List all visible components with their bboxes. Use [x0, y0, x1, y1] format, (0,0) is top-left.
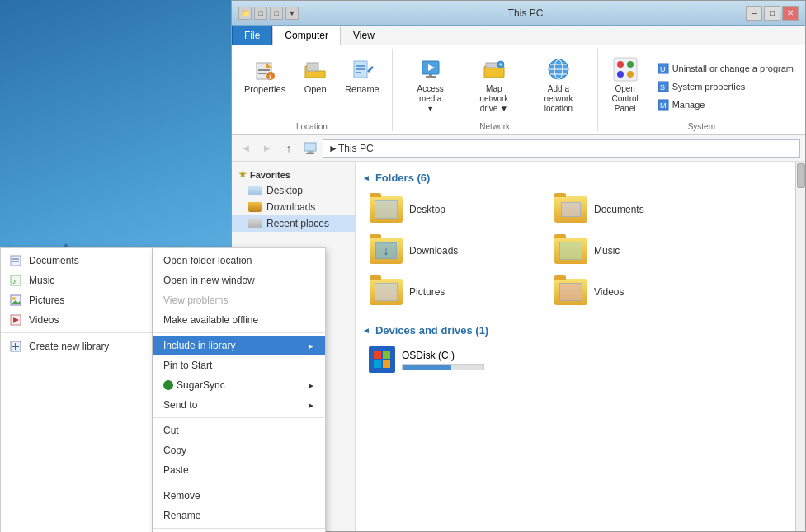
lib-item-pictures[interactable]: Pictures	[1, 290, 152, 310]
scrollbar-thumb[interactable]	[797, 163, 805, 188]
ctx-sugarsync[interactable]: SugarSync ►	[153, 375, 325, 395]
lib-music-icon: ♪	[9, 275, 22, 286]
lib-item-documents[interactable]: Documents	[1, 251, 152, 271]
network-group-label: Network	[399, 120, 591, 131]
address-bar[interactable]: ► This PC	[323, 139, 800, 158]
ctx-paste[interactable]: Paste	[153, 460, 325, 480]
favorites-header[interactable]: ★ Favorites	[232, 167, 355, 182]
lib-item-create-new[interactable]: Create new library	[1, 336, 152, 356]
lib-music-svg: ♪	[10, 275, 21, 286]
folder-item-music[interactable]: Music	[547, 232, 728, 270]
ctx-pin-to-start[interactable]: Pin to Start	[153, 355, 325, 375]
svg-rect-31	[614, 58, 637, 81]
ctx-cut-label: Cut	[163, 425, 179, 436]
pictures-folder-name: Pictures	[409, 286, 445, 298]
vid-overlay	[559, 283, 582, 301]
ctx-copy[interactable]: Copy	[153, 440, 325, 460]
music-overlay	[559, 242, 582, 260]
downloads-folder-icon	[248, 202, 262, 212]
up-button[interactable]: ↑	[280, 139, 298, 158]
folder-item-desktop[interactable]: Desktop	[362, 191, 544, 228]
ctx-include-in-library[interactable]: Include in library ►	[153, 336, 325, 355]
minimize-button[interactable]: –	[746, 6, 762, 21]
svg-text:M: M	[660, 101, 667, 110]
context-menu-container: Documents ♪ Music Pictures	[0, 247, 326, 532]
tab-view[interactable]: View	[341, 26, 387, 45]
nav-bar: ◄ ► ↑ ► This PC	[232, 135, 805, 162]
system-properties-button[interactable]: S System properties	[653, 79, 799, 94]
ribbon-tab-bar: File Computer View	[232, 26, 805, 45]
sidebar-item-desktop[interactable]: Desktop	[232, 182, 355, 199]
netloc-svg	[547, 58, 570, 81]
ctx-rename[interactable]: Rename	[153, 506, 325, 525]
drive-bar-fill	[403, 365, 451, 370]
svg-point-34	[617, 71, 624, 78]
media-svg	[419, 58, 442, 81]
tab-file[interactable]: File	[232, 26, 272, 45]
folder-item-downloads[interactable]: ↓ Downloads	[362, 232, 544, 270]
ctx-sep-2	[153, 417, 325, 418]
map-network-drive-button[interactable]: + Map networkdrive ▼	[464, 52, 523, 118]
devices-section-label: Devices and drives (1)	[375, 324, 488, 337]
ctx-make-available-offline[interactable]: Make available offline	[153, 310, 325, 330]
title-bar: 📁 □ □ ▼ This PC – □ ✕	[232, 1, 805, 26]
lib-pics-svg	[10, 294, 21, 306]
desktop-folder-icon-big	[370, 196, 403, 223]
folder-item-pictures[interactable]: Pictures	[362, 273, 544, 311]
ctx-remove[interactable]: Remove	[153, 486, 325, 506]
manage-button[interactable]: M Manage	[653, 97, 799, 112]
tab-computer[interactable]: Computer	[272, 26, 341, 45]
uninstall-button[interactable]: U Uninstall or change a program	[653, 61, 799, 76]
recent-folder-icon	[248, 219, 262, 228]
lib-vid-svg	[10, 314, 21, 326]
quick-access-icon3[interactable]: ▼	[285, 7, 299, 20]
system-items: Open ControlPanel U Uninstall or change …	[605, 49, 799, 118]
download-arrow: ↓	[384, 244, 389, 257]
maximize-button[interactable]: □	[764, 6, 780, 21]
folders-section-header: Folders (6)	[362, 168, 799, 187]
drive-info: OSDisk (C:)	[402, 350, 484, 370]
ribbon-group-network: Access media▼ + Map networkdrive ▼	[393, 49, 598, 131]
forward-button[interactable]: ►	[258, 139, 276, 158]
svg-point-32	[617, 61, 624, 68]
ctx-open-new-window[interactable]: Open in new window	[153, 271, 325, 290]
sidebar-item-recent[interactable]: Recent places	[232, 215, 355, 232]
drive-name: OSDisk (C:)	[402, 350, 484, 361]
properties-label: Properties	[244, 84, 285, 94]
downloads-folder-icon-big: ↓	[370, 238, 403, 264]
svg-rect-12	[307, 63, 318, 71]
ctx-sugarsync-arrow: ►	[307, 381, 315, 390]
sysprops-icon: S	[658, 81, 669, 92]
downloads-folder-name: Downloads	[409, 245, 458, 257]
close-button[interactable]: ✕	[782, 6, 799, 21]
folder-item-documents[interactable]: Documents	[547, 191, 728, 228]
favorites-section: ★ Favorites Desktop Downloads Recent pla…	[232, 167, 355, 232]
ctx-send-to[interactable]: Send to ►	[153, 395, 325, 415]
svg-rect-47	[374, 360, 381, 368]
open-button[interactable]: Open	[295, 52, 336, 98]
ctx-cut[interactable]: Cut	[153, 421, 325, 440]
svg-rect-8	[258, 73, 266, 74]
quick-access-icon2[interactable]: □	[270, 7, 283, 20]
ctx-open-folder-location[interactable]: Open folder location	[153, 251, 325, 271]
lib-item-videos[interactable]: Videos	[1, 310, 152, 330]
open-control-panel-button[interactable]: Open ControlPanel	[605, 52, 646, 118]
netdrive-svg: +	[483, 58, 506, 81]
lib-item-music[interactable]: ♪ Music	[1, 271, 152, 290]
back-button[interactable]: ◄	[237, 139, 255, 158]
lib-create-label: Create new library	[29, 341, 109, 352]
scrollbar[interactable]	[795, 162, 805, 531]
add-network-location-button[interactable]: Add a networklocation	[526, 52, 590, 118]
properties-button[interactable]: ! Properties	[238, 52, 291, 98]
quick-access-icon1[interactable]: □	[254, 7, 267, 20]
svg-rect-7	[258, 69, 270, 71]
properties-svg: !	[253, 58, 276, 81]
drive-item-c[interactable]: OSDisk (C:)	[362, 343, 799, 376]
add-network-location-icon	[545, 56, 572, 82]
documents-folder-name: Documents	[594, 204, 644, 215]
rename-button[interactable]: Rename	[339, 52, 385, 98]
sidebar-item-downloads[interactable]: Downloads	[232, 199, 355, 215]
folder-item-videos[interactable]: Videos	[547, 273, 728, 311]
ctx-send-to-arrow: ►	[307, 401, 315, 410]
access-media-button[interactable]: Access media▼	[399, 52, 462, 118]
